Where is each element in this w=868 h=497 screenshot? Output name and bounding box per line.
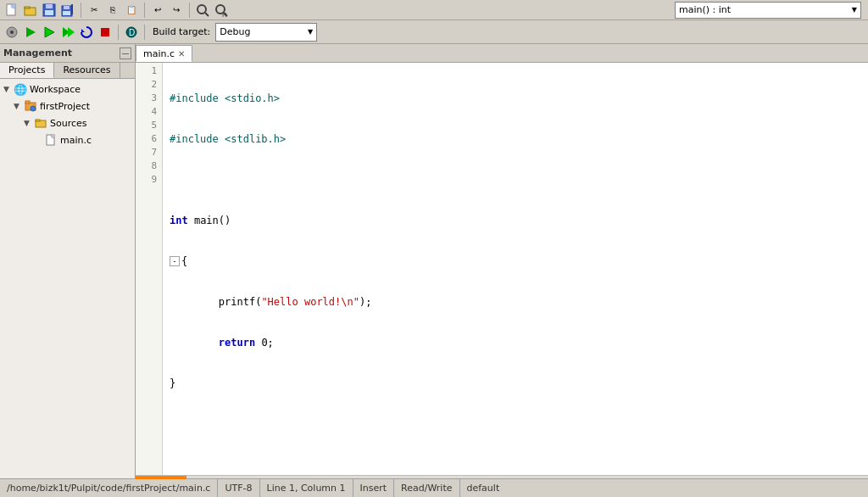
save-all-button[interactable] xyxy=(59,2,76,19)
svg-rect-10 xyxy=(71,4,73,14)
func-dropdown[interactable]: main() : int ▼ xyxy=(675,2,861,19)
copy-button[interactable]: ⎘ xyxy=(104,2,121,19)
editor-tab-mainc-label: main.c xyxy=(143,48,175,59)
str-hello: "Hello world!\n" xyxy=(261,295,359,309)
svg-rect-1 xyxy=(12,4,15,8)
tree-item-firstproject[interactable]: ▼ firstProject xyxy=(0,98,135,114)
sources-icon xyxy=(34,116,47,130)
svg-rect-30 xyxy=(36,120,40,121)
code-indent-6 xyxy=(170,295,219,309)
code-brace-open: { xyxy=(181,254,187,268)
workspace-arrow: ▼ xyxy=(3,85,14,93)
build-button[interactable] xyxy=(22,24,39,41)
firstproject-icon xyxy=(24,99,37,113)
insert-mode-text: Insert xyxy=(360,483,387,494)
main-layout: Management — Projects Resources ▼ 🌐 Work… xyxy=(0,44,868,478)
code-area[interactable]: 1 2 3 4 5 6 7 8 9 #include <stdio.h> #in… xyxy=(136,63,868,475)
separator3 xyxy=(189,3,190,18)
svg-point-17 xyxy=(10,31,14,34)
pp-1: #include <stdio.h> xyxy=(170,92,280,105)
cut-button[interactable]: ✂ xyxy=(86,2,103,19)
run-button[interactable] xyxy=(41,24,58,41)
paste-button[interactable]: 📋 xyxy=(123,2,140,19)
func-printf: printf( xyxy=(219,295,262,309)
code-semi-6: ); xyxy=(359,295,371,309)
svg-marker-21 xyxy=(68,27,75,37)
encoding-text: UTF-8 xyxy=(225,483,252,494)
new-button[interactable] xyxy=(3,2,20,19)
svg-marker-19 xyxy=(45,27,54,37)
firstproject-label: firstProject xyxy=(40,101,90,112)
stop-button[interactable] xyxy=(97,24,114,41)
svg-point-11 xyxy=(198,5,206,14)
editor-tab-close[interactable]: ✕ xyxy=(178,49,185,59)
panel-title: Management xyxy=(3,47,72,59)
tree-item-mainc[interactable]: ▶ main.c xyxy=(0,131,135,148)
panel-header: Management — xyxy=(0,44,135,63)
debug-button[interactable]: D xyxy=(123,24,140,41)
tree-item-sources[interactable]: ▼ Sources xyxy=(0,114,135,131)
code-main-sig: main() xyxy=(188,214,231,227)
find-replace-button[interactable]: R xyxy=(213,2,230,19)
separator1 xyxy=(81,3,81,18)
code-content[interactable]: #include <stdio.h> #include <stdlib.h> i… xyxy=(163,63,868,475)
rebuild-button[interactable] xyxy=(78,24,95,41)
save-button[interactable] xyxy=(41,2,58,19)
toolbar-row1: ✂ ⎘ 📋 ↩ ↪ R main() : int ▼ xyxy=(0,0,868,20)
build-settings-button[interactable] xyxy=(3,24,20,41)
build-target-label: Build target: xyxy=(153,26,210,37)
tree-view[interactable]: ▼ 🌐 Workspace ▼ firstProject ▼ xyxy=(0,79,135,478)
toolbar-row2: D Build target: Debug ▼ xyxy=(0,20,868,44)
find-button[interactable] xyxy=(194,2,211,19)
open-button[interactable] xyxy=(22,2,39,19)
svg-rect-23 xyxy=(101,28,109,36)
separator4 xyxy=(118,25,119,40)
undo-button[interactable]: ↩ xyxy=(149,2,166,19)
line-num-2: 2 xyxy=(136,78,162,92)
tab-projects[interactable]: Projects xyxy=(0,63,54,78)
scroll-thumb xyxy=(136,476,186,479)
line-numbers: 1 2 3 4 5 6 7 8 9 xyxy=(136,63,163,475)
func-dropdown-container: main() : int ▼ xyxy=(675,2,865,19)
build-target-value: Debug xyxy=(220,26,250,37)
line-num-7: 7 xyxy=(136,146,162,159)
sources-arrow: ▼ xyxy=(24,119,34,127)
svg-line-12 xyxy=(205,13,209,16)
code-line-6: printf("Hello world!\n"); xyxy=(170,295,861,309)
func-dropdown-label: main() : int xyxy=(679,4,731,15)
editor-scrollbar[interactable] xyxy=(136,475,868,478)
pp-2: #include <stdlib.h> xyxy=(170,132,286,146)
firstproject-arrow: ▼ xyxy=(14,102,24,110)
line-num-5: 5 xyxy=(136,119,162,132)
code-line-2: #include <stdlib.h> xyxy=(170,132,861,146)
svg-rect-9 xyxy=(63,11,70,15)
svg-rect-8 xyxy=(64,6,70,9)
code-indent-7 xyxy=(170,336,219,349)
line-num-6: 6 xyxy=(136,132,162,146)
tab-resources[interactable]: Resources xyxy=(54,63,120,78)
code-zero: 0; xyxy=(255,336,274,349)
svg-point-28 xyxy=(31,106,36,111)
svg-rect-5 xyxy=(46,4,53,8)
func-dropdown-arrow: ▼ xyxy=(852,6,857,14)
tree-item-workspace[interactable]: ▼ 🌐 Workspace xyxy=(0,81,135,98)
line-num-8: 8 xyxy=(136,159,162,173)
filepath-text: /home/bizk1t/Pulpit/code/firstProject/ma… xyxy=(7,483,210,494)
editor-tab-mainc[interactable]: main.c ✕ xyxy=(136,45,192,62)
svg-marker-18 xyxy=(26,27,36,37)
build-target-combo[interactable]: Debug ▼ xyxy=(215,23,317,42)
code-line-3 xyxy=(170,173,861,187)
fold-marker[interactable]: - xyxy=(170,256,180,266)
sources-label: Sources xyxy=(50,118,87,129)
code-brace-close: } xyxy=(170,377,175,390)
svg-rect-6 xyxy=(45,10,53,15)
separator5 xyxy=(144,25,145,40)
panel-minimize-button[interactable]: — xyxy=(120,47,131,59)
panel-tabs: Projects Resources xyxy=(0,63,135,79)
build-run-button[interactable] xyxy=(59,24,76,41)
status-bar: /home/bizk1t/Pulpit/code/firstProject/ma… xyxy=(0,478,868,497)
separator2 xyxy=(144,3,145,18)
redo-button[interactable]: ↪ xyxy=(168,2,185,19)
workspace-label: Workspace xyxy=(30,84,81,95)
status-filepath: /home/bizk1t/Pulpit/code/firstProject/ma… xyxy=(0,479,218,497)
